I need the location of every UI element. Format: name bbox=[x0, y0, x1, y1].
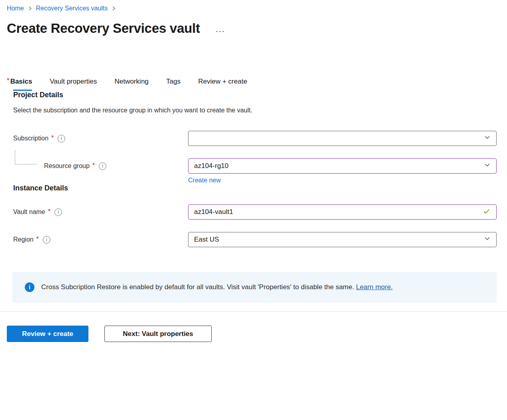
more-options-button[interactable]: ··· bbox=[214, 28, 228, 35]
breadcrumb: Home Recovery Services vaults bbox=[7, 5, 497, 12]
tab-vault-properties-label: Vault properties bbox=[50, 78, 97, 86]
resource-group-dropdown[interactable]: az104-rg10 bbox=[188, 158, 497, 174]
subscription-label: Subscription bbox=[13, 135, 48, 142]
chevron-right-icon bbox=[28, 6, 32, 11]
subscription-label-group: Subscription * i bbox=[13, 135, 188, 142]
required-asterisk: * bbox=[7, 77, 10, 85]
region-field-row: Region * i East US bbox=[13, 232, 497, 247]
info-icon[interactable]: i bbox=[99, 162, 106, 170]
instance-details-heading: Instance Details bbox=[13, 184, 497, 192]
resource-group-field-row: Resource group * i az104-rg10 bbox=[13, 158, 497, 174]
breadcrumb-link-home[interactable]: Home bbox=[7, 5, 24, 12]
region-label: Region bbox=[13, 236, 34, 243]
chevron-down-icon bbox=[484, 162, 491, 170]
tab-tags-label: Tags bbox=[166, 78, 180, 86]
subscription-dropdown[interactable] bbox=[188, 131, 497, 146]
subscription-field-row: Subscription * i bbox=[13, 131, 497, 146]
info-banner: i Cross Subcription Restore is enabled b… bbox=[12, 272, 497, 302]
vault-name-input-wrapper bbox=[188, 204, 497, 220]
footer-divider bbox=[0, 311, 507, 312]
basics-tab-content: Project Details Select the subscription … bbox=[7, 91, 497, 247]
chevron-down-icon bbox=[484, 134, 491, 143]
info-icon[interactable]: i bbox=[58, 135, 65, 142]
project-details-fields: Subscription * i Resource group * i bbox=[13, 131, 497, 184]
vault-name-label-group: Vault name * i bbox=[13, 208, 188, 216]
create-recovery-services-vault-page: Home Recovery Services vaults Create Rec… bbox=[0, 0, 507, 342]
footer-actions: Review + create Next: Vault properties bbox=[7, 326, 497, 342]
project-details-description: Select the subscription and the resource… bbox=[13, 107, 497, 114]
tab-tags[interactable]: Tags bbox=[166, 78, 180, 91]
tab-networking[interactable]: Networking bbox=[114, 78, 148, 91]
resource-group-dropdown-value: az104-rg10 bbox=[194, 162, 228, 170]
tab-review-create[interactable]: Review + create bbox=[198, 78, 247, 91]
info-icon: i bbox=[25, 282, 34, 292]
info-banner-message: Cross Subcription Restore is enabled by … bbox=[41, 283, 356, 291]
validation-success-check-icon bbox=[483, 207, 491, 217]
vault-name-field-row: Vault name * i bbox=[13, 204, 497, 220]
required-asterisk: * bbox=[92, 162, 95, 169]
info-icon[interactable]: i bbox=[43, 236, 50, 244]
required-asterisk: * bbox=[36, 236, 39, 243]
vault-name-label: Vault name bbox=[13, 208, 45, 216]
info-icon[interactable]: i bbox=[54, 208, 62, 216]
chevron-down-icon bbox=[484, 235, 491, 244]
tab-basics[interactable]: * Basics bbox=[7, 78, 32, 91]
resource-group-label-group: Resource group * i bbox=[13, 162, 188, 170]
tab-review-create-label: Review + create bbox=[198, 78, 247, 86]
region-label-group: Region * i bbox=[13, 236, 188, 244]
review-create-button[interactable]: Review + create bbox=[7, 326, 88, 342]
page-title: Create Recovery Services vault bbox=[7, 21, 200, 36]
breadcrumb-link-recovery-services-vaults[interactable]: Recovery Services vaults bbox=[36, 5, 108, 12]
required-asterisk: * bbox=[48, 208, 50, 215]
vault-name-input[interactable] bbox=[194, 208, 479, 216]
project-details-heading: Project Details bbox=[13, 91, 497, 99]
info-banner-text: Cross Subcription Restore is enabled by … bbox=[41, 283, 393, 291]
resource-group-label: Resource group bbox=[44, 162, 90, 170]
create-new-resource-group-link[interactable]: Create new bbox=[188, 177, 221, 184]
field-connector-line bbox=[15, 150, 37, 164]
next-vault-properties-button[interactable]: Next: Vault properties bbox=[104, 326, 212, 342]
tab-networking-label: Networking bbox=[114, 78, 148, 86]
tab-vault-properties[interactable]: Vault properties bbox=[50, 78, 97, 91]
region-dropdown[interactable]: East US bbox=[188, 232, 497, 247]
learn-more-link[interactable]: Learn more. bbox=[356, 283, 393, 291]
title-row: Create Recovery Services vault ··· bbox=[7, 21, 497, 36]
tab-basics-label: Basics bbox=[10, 78, 32, 86]
required-asterisk: * bbox=[51, 134, 54, 142]
tab-bar: * Basics Vault properties Networking Tag… bbox=[7, 78, 497, 91]
region-dropdown-value: East US bbox=[194, 236, 219, 244]
chevron-right-icon bbox=[111, 6, 116, 11]
instance-details-fields: Vault name * i Region * i bbox=[13, 204, 497, 247]
